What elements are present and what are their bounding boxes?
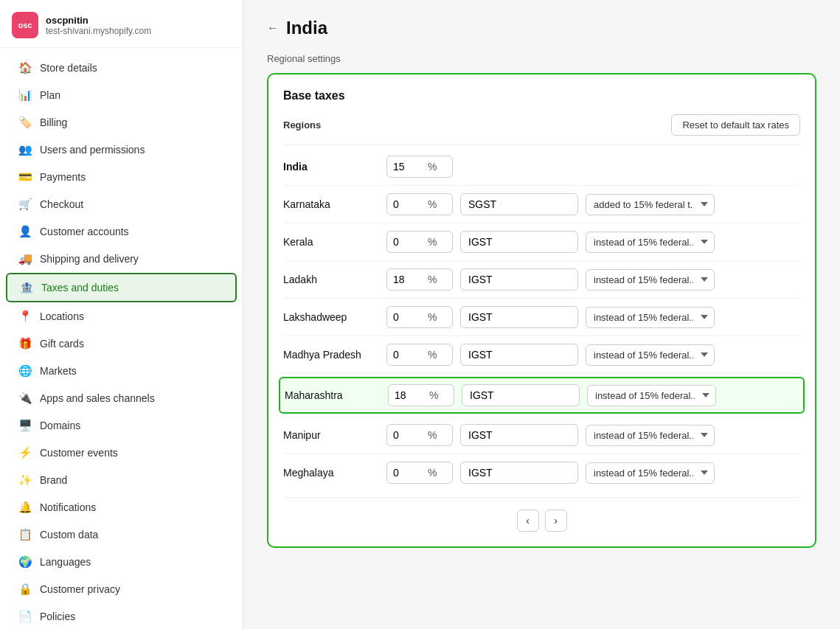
sidebar-item-domains[interactable]: 🖥️ Domains (6, 412, 237, 439)
tax-value-input[interactable] (387, 269, 428, 290)
brand-icon: ✨ (18, 473, 32, 487)
checkout-icon: 🛒 (18, 197, 32, 212)
tax-type-select[interactable]: instead of 15% federal... (586, 425, 715, 446)
tax-value-input[interactable] (387, 194, 428, 215)
sidebar-item-notifications[interactable]: 🔔 Notifications (6, 494, 237, 521)
sidebar-label-billing: Billing (40, 117, 67, 128)
tax-value-group: % (386, 306, 453, 328)
sidebar-item-custom-data[interactable]: 📋 Custom data (6, 521, 237, 548)
tax-type-select[interactable]: instead of 15% federal... (586, 232, 715, 253)
sidebar-item-taxes[interactable]: 🏦 Taxes and duties (6, 273, 237, 302)
card-title: Base taxes (283, 89, 800, 102)
tax-value-input[interactable] (387, 232, 428, 252)
sidebar-item-users[interactable]: 👥 Users and permissions (6, 136, 237, 163)
payments-icon: 💳 (18, 170, 32, 184)
sidebar-label-locations: Locations (40, 310, 84, 322)
sidebar-label-checkout: Checkout (40, 198, 83, 210)
tax-value-group: % (386, 424, 453, 446)
tax-type-select[interactable]: instead of 15% federal... (586, 307, 715, 328)
sidebar-item-apps[interactable]: 🔌 Apps and sales channels (6, 385, 237, 411)
sidebar-label-payments: Payments (40, 171, 86, 183)
sidebar-item-customer-events[interactable]: ⚡ Customer events (6, 439, 237, 466)
store-url: test-shivani.myshopify.com (46, 26, 151, 36)
sidebar-label-notifications: Notifications (40, 501, 96, 513)
sidebar-label-markets: Markets (40, 365, 77, 377)
sidebar-item-checkout[interactable]: 🛒 Checkout (6, 191, 237, 218)
reset-tax-rates-button[interactable]: Reset to default tax rates (671, 114, 800, 136)
tax-row-madhya-pradesh: Madhya Pradesh % instead of 15% federal.… (283, 336, 800, 374)
tax-name-input[interactable] (460, 462, 578, 484)
users-icon: 👥 (18, 142, 32, 157)
page-header: ← India (267, 18, 816, 38)
sidebar-label-gift-cards: Gift cards (40, 338, 84, 350)
plan-icon: 📊 (18, 88, 32, 102)
percent-sign: % (428, 232, 442, 252)
sidebar-item-store-details[interactable]: 🏠 Store details (6, 55, 237, 81)
tax-value-group: % (386, 344, 453, 366)
percent-sign: % (428, 194, 442, 215)
percent-sign: % (428, 269, 442, 290)
tax-value-input[interactable] (387, 425, 428, 445)
tax-type-select[interactable]: instead of 15% federal... (586, 269, 715, 291)
tax-value-group: % (388, 384, 454, 406)
tax-row-maharashtra: Maharashtra % instead of 15% federal... (279, 377, 805, 414)
sidebar-item-gift-cards[interactable]: 🎁 Gift cards (6, 330, 237, 357)
store-avatar: osc (12, 12, 38, 38)
customer-accounts-icon: 👤 (18, 224, 32, 239)
sidebar-item-policies[interactable]: 📄 Policies (6, 603, 237, 629)
base-taxes-card: Base taxes Regions Reset to default tax … (267, 73, 816, 548)
region-name: Ladakh (283, 274, 379, 285)
sidebar-label-brand: Brand (40, 474, 67, 486)
tax-value-input[interactable] (387, 462, 428, 483)
pagination: ‹ › (283, 497, 800, 532)
tax-name-input[interactable] (460, 268, 578, 291)
tax-value-input[interactable] (389, 385, 429, 406)
tax-row-ladakh: Ladakh % instead of 15% federal... (283, 261, 800, 299)
sidebar-item-shipping[interactable]: 🚚 Shipping and delivery (6, 246, 237, 272)
india-region-name: India (283, 161, 379, 173)
tax-name-input[interactable] (460, 424, 578, 446)
sidebar-item-markets[interactable]: 🌐 Markets (6, 358, 237, 384)
sidebar-label-custom-data: Custom data (40, 529, 98, 541)
sidebar-item-billing[interactable]: 🏷️ Billing (6, 109, 237, 136)
markets-icon: 🌐 (18, 364, 32, 378)
tax-value-input[interactable] (387, 344, 428, 365)
tax-name-input[interactable] (460, 193, 578, 215)
back-button[interactable]: ← (267, 21, 279, 35)
sidebar-label-domains: Domains (40, 420, 80, 431)
sidebar-item-customer-accounts[interactable]: 👤 Customer accounts (6, 218, 237, 245)
sidebar-label-plan: Plan (40, 89, 60, 101)
tax-value-input[interactable] (387, 307, 428, 327)
percent-sign: % (428, 344, 442, 365)
sidebar-item-customer-privacy[interactable]: 🔒 Customer privacy (6, 576, 237, 602)
tax-value-group: % (386, 462, 453, 484)
store-info: oscpnitin test-shivani.myshopify.com (46, 15, 151, 36)
tax-type-select[interactable]: instead of 15% federal... (586, 462, 715, 484)
tax-row-lakshadweep: Lakshadweep % instead of 15% federal... (283, 299, 800, 336)
tax-type-select[interactable]: instead of 15% federal... (587, 385, 716, 406)
tax-type-select[interactable]: instead of 15% federal... (586, 344, 715, 366)
tax-name-input[interactable] (460, 231, 578, 253)
nav-list: 🏠 Store details 📊 Plan 🏷️ Billing 👥 User… (0, 48, 243, 629)
sidebar-item-payments[interactable]: 💳 Payments (6, 164, 237, 190)
domains-icon: 🖥️ (18, 418, 32, 433)
customer-privacy-icon: 🔒 (18, 582, 32, 597)
prev-page-button[interactable]: ‹ (517, 510, 539, 532)
sidebar-item-locations[interactable]: 📍 Locations (6, 303, 237, 330)
region-name: Manipur (283, 429, 379, 441)
sidebar-label-languages: Languages (40, 556, 91, 568)
sidebar-item-brand[interactable]: ✨ Brand (6, 467, 237, 493)
tax-name-input[interactable] (460, 344, 578, 366)
tax-type-select[interactable]: added to 15% federal t... (586, 194, 715, 215)
next-page-button[interactable]: › (545, 510, 567, 532)
sidebar-item-plan[interactable]: 📊 Plan (6, 82, 237, 108)
tax-name-input[interactable] (462, 384, 580, 406)
india-tax-input-group: % (386, 156, 453, 178)
region-name: Lakshadweep (283, 311, 379, 323)
sidebar-item-languages[interactable]: 🌍 Languages (6, 549, 237, 575)
notifications-icon: 🔔 (18, 500, 32, 515)
tax-name-input[interactable] (460, 306, 578, 328)
sidebar-label-policies: Policies (40, 611, 75, 622)
gift-cards-icon: 🎁 (18, 336, 32, 351)
india-tax-input[interactable] (387, 156, 428, 177)
